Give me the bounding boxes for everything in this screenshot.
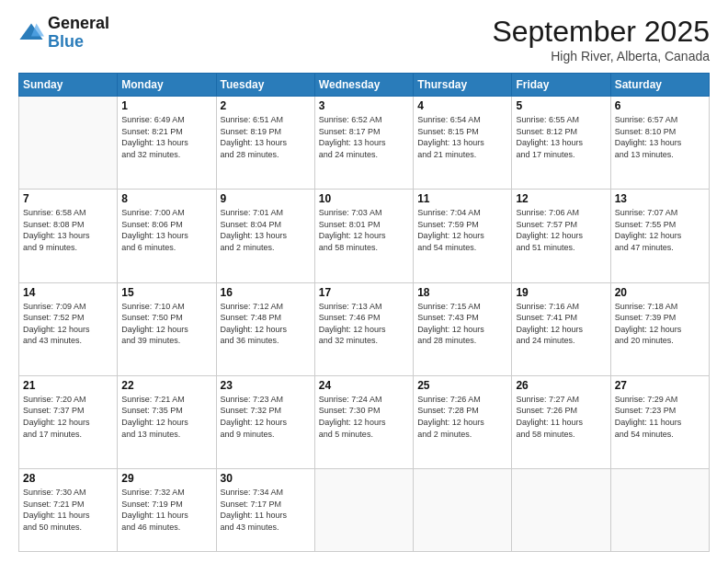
- day-info: Sunrise: 6:58 AM Sunset: 8:08 PM Dayligh…: [23, 207, 113, 253]
- weekday-header-wednesday: Wednesday: [314, 74, 413, 97]
- day-number: 20: [615, 286, 705, 299]
- calendar-cell: 12Sunrise: 7:06 AM Sunset: 7:57 PM Dayli…: [512, 190, 610, 282]
- weekday-header-row: SundayMondayTuesdayWednesdayThursdayFrid…: [19, 74, 710, 97]
- calendar-cell: 22Sunrise: 7:21 AM Sunset: 7:35 PM Dayli…: [118, 375, 216, 468]
- day-info: Sunrise: 7:29 AM Sunset: 7:23 PM Dayligh…: [615, 394, 705, 440]
- weekday-header-friday: Friday: [512, 74, 610, 97]
- day-number: 25: [417, 379, 507, 392]
- calendar-cell: 25Sunrise: 7:26 AM Sunset: 7:28 PM Dayli…: [414, 375, 512, 468]
- day-info: Sunrise: 7:12 AM Sunset: 7:48 PM Dayligh…: [221, 301, 311, 347]
- day-number: 29: [121, 472, 211, 485]
- day-info: Sunrise: 7:23 AM Sunset: 7:32 PM Dayligh…: [221, 394, 311, 440]
- logo-line1: General: [48, 15, 109, 33]
- day-info: Sunrise: 7:07 AM Sunset: 7:55 PM Dayligh…: [615, 207, 705, 253]
- day-number: 14: [23, 286, 113, 299]
- day-number: 19: [516, 286, 606, 299]
- calendar-cell: 26Sunrise: 7:27 AM Sunset: 7:26 PM Dayli…: [512, 375, 610, 468]
- day-info: Sunrise: 7:09 AM Sunset: 7:52 PM Dayligh…: [23, 301, 113, 347]
- day-number: 13: [615, 192, 705, 205]
- calendar-cell: 16Sunrise: 7:12 AM Sunset: 7:48 PM Dayli…: [216, 282, 314, 375]
- logo-text: General Blue: [48, 15, 109, 52]
- day-info: Sunrise: 6:54 AM Sunset: 8:15 PM Dayligh…: [417, 114, 507, 160]
- month-title: September 2025: [492, 15, 710, 49]
- day-info: Sunrise: 6:51 AM Sunset: 8:19 PM Dayligh…: [221, 114, 311, 160]
- weekday-header-thursday: Thursday: [414, 74, 512, 97]
- day-info: Sunrise: 7:01 AM Sunset: 8:04 PM Dayligh…: [221, 207, 311, 253]
- week-row-5: 28Sunrise: 7:30 AM Sunset: 7:21 PM Dayli…: [19, 469, 710, 552]
- calendar-cell: 19Sunrise: 7:16 AM Sunset: 7:41 PM Dayli…: [512, 282, 610, 375]
- day-number: 3: [319, 99, 409, 112]
- day-number: 6: [615, 99, 705, 112]
- calendar-cell: [610, 469, 709, 552]
- calendar-cell: 21Sunrise: 7:20 AM Sunset: 7:37 PM Dayli…: [19, 375, 118, 468]
- calendar-cell: 10Sunrise: 7:03 AM Sunset: 8:01 PM Dayli…: [314, 190, 413, 282]
- day-number: 27: [615, 379, 705, 392]
- calendar-cell: 15Sunrise: 7:10 AM Sunset: 7:50 PM Dayli…: [118, 282, 216, 375]
- calendar-cell: 8Sunrise: 7:00 AM Sunset: 8:06 PM Daylig…: [118, 190, 216, 282]
- calendar-cell: 2Sunrise: 6:51 AM Sunset: 8:19 PM Daylig…: [216, 97, 314, 190]
- calendar-cell: 30Sunrise: 7:34 AM Sunset: 7:17 PM Dayli…: [216, 469, 314, 552]
- day-number: 7: [23, 192, 113, 205]
- day-number: 15: [121, 286, 211, 299]
- day-number: 28: [23, 472, 113, 485]
- weekday-header-monday: Monday: [118, 74, 216, 97]
- calendar-cell: 1Sunrise: 6:49 AM Sunset: 8:21 PM Daylig…: [118, 97, 216, 190]
- day-info: Sunrise: 7:13 AM Sunset: 7:46 PM Dayligh…: [319, 301, 409, 347]
- day-number: 30: [221, 472, 311, 485]
- day-info: Sunrise: 7:30 AM Sunset: 7:21 PM Dayligh…: [23, 487, 113, 533]
- title-section: September 2025 High River, Alberta, Cana…: [492, 15, 710, 63]
- day-info: Sunrise: 7:00 AM Sunset: 8:06 PM Dayligh…: [121, 207, 211, 253]
- weekday-header-saturday: Saturday: [610, 74, 709, 97]
- logo: General Blue: [18, 15, 109, 52]
- calendar-cell: 9Sunrise: 7:01 AM Sunset: 8:04 PM Daylig…: [216, 190, 314, 282]
- weekday-header-tuesday: Tuesday: [216, 74, 314, 97]
- day-info: Sunrise: 7:16 AM Sunset: 7:41 PM Dayligh…: [516, 301, 606, 347]
- day-number: 4: [417, 99, 507, 112]
- calendar-cell: 4Sunrise: 6:54 AM Sunset: 8:15 PM Daylig…: [414, 97, 512, 190]
- calendar-cell: 6Sunrise: 6:57 AM Sunset: 8:10 PM Daylig…: [610, 97, 709, 190]
- day-number: 2: [221, 99, 311, 112]
- day-info: Sunrise: 7:26 AM Sunset: 7:28 PM Dayligh…: [417, 394, 507, 440]
- week-row-2: 7Sunrise: 6:58 AM Sunset: 8:08 PM Daylig…: [19, 190, 710, 282]
- day-number: 18: [417, 286, 507, 299]
- day-info: Sunrise: 7:34 AM Sunset: 7:17 PM Dayligh…: [221, 487, 311, 533]
- page: General Blue September 2025 High River, …: [0, 0, 728, 563]
- day-number: 22: [121, 379, 211, 392]
- day-number: 24: [319, 379, 409, 392]
- day-info: Sunrise: 7:10 AM Sunset: 7:50 PM Dayligh…: [121, 301, 211, 347]
- day-info: Sunrise: 6:57 AM Sunset: 8:10 PM Dayligh…: [615, 114, 705, 160]
- week-row-1: 1Sunrise: 6:49 AM Sunset: 8:21 PM Daylig…: [19, 97, 710, 190]
- day-number: 9: [221, 192, 311, 205]
- header: General Blue September 2025 High River, …: [18, 15, 710, 63]
- day-number: 23: [221, 379, 311, 392]
- calendar-cell: 5Sunrise: 6:55 AM Sunset: 8:12 PM Daylig…: [512, 97, 610, 190]
- calendar-cell: 20Sunrise: 7:18 AM Sunset: 7:39 PM Dayli…: [610, 282, 709, 375]
- day-info: Sunrise: 7:04 AM Sunset: 7:59 PM Dayligh…: [417, 207, 507, 253]
- calendar-cell: 28Sunrise: 7:30 AM Sunset: 7:21 PM Dayli…: [19, 469, 118, 552]
- calendar-cell: 24Sunrise: 7:24 AM Sunset: 7:30 PM Dayli…: [314, 375, 413, 468]
- day-number: 10: [319, 192, 409, 205]
- day-info: Sunrise: 6:55 AM Sunset: 8:12 PM Dayligh…: [516, 114, 606, 160]
- calendar-cell: 13Sunrise: 7:07 AM Sunset: 7:55 PM Dayli…: [610, 190, 709, 282]
- day-info: Sunrise: 7:06 AM Sunset: 7:57 PM Dayligh…: [516, 207, 606, 253]
- logo-line2: Blue: [48, 33, 109, 52]
- day-number: 26: [516, 379, 606, 392]
- calendar-cell: 3Sunrise: 6:52 AM Sunset: 8:17 PM Daylig…: [314, 97, 413, 190]
- weekday-header-sunday: Sunday: [19, 74, 118, 97]
- day-info: Sunrise: 7:32 AM Sunset: 7:19 PM Dayligh…: [121, 487, 211, 533]
- day-number: 1: [121, 99, 211, 112]
- week-row-4: 21Sunrise: 7:20 AM Sunset: 7:37 PM Dayli…: [19, 375, 710, 468]
- calendar-cell: 18Sunrise: 7:15 AM Sunset: 7:43 PM Dayli…: [414, 282, 512, 375]
- location: High River, Alberta, Canada: [492, 49, 710, 63]
- day-info: Sunrise: 6:52 AM Sunset: 8:17 PM Dayligh…: [319, 114, 409, 160]
- logo-icon: [18, 20, 44, 46]
- day-number: 11: [417, 192, 507, 205]
- day-info: Sunrise: 7:20 AM Sunset: 7:37 PM Dayligh…: [23, 394, 113, 440]
- calendar-cell: 23Sunrise: 7:23 AM Sunset: 7:32 PM Dayli…: [216, 375, 314, 468]
- calendar-cell: [19, 97, 118, 190]
- day-number: 12: [516, 192, 606, 205]
- calendar-cell: 7Sunrise: 6:58 AM Sunset: 8:08 PM Daylig…: [19, 190, 118, 282]
- day-number: 21: [23, 379, 113, 392]
- week-row-3: 14Sunrise: 7:09 AM Sunset: 7:52 PM Dayli…: [19, 282, 710, 375]
- day-info: Sunrise: 7:27 AM Sunset: 7:26 PM Dayligh…: [516, 394, 606, 440]
